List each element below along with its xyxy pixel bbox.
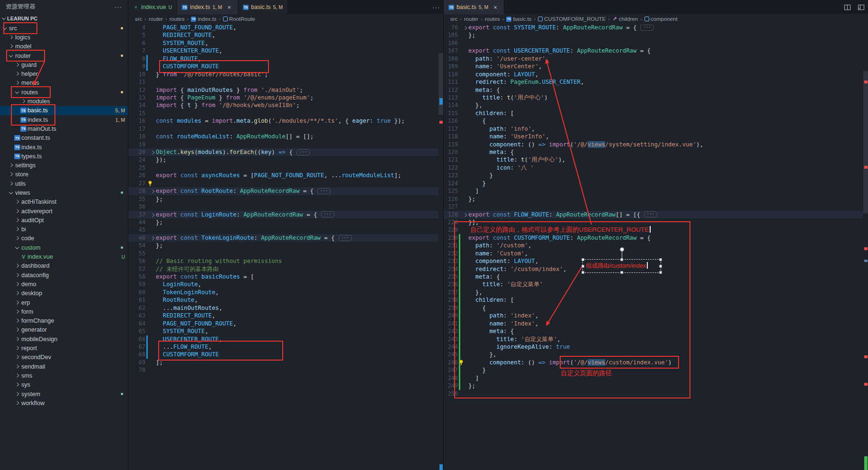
- selection-handle[interactable]: [659, 271, 662, 274]
- code-area[interactable]: 76export const SYSTEM_ROUTE: AppRouteRec…: [444, 24, 863, 470]
- chevron-right-icon[interactable]: [14, 371, 20, 380]
- chevron-right-icon[interactable]: [14, 353, 20, 362]
- line-number[interactable]: 113: [444, 94, 458, 101]
- code-line-247[interactable]: 247 }: [444, 366, 863, 374]
- code-line-110[interactable]: 110 component: LAYOUT,: [444, 71, 863, 78]
- breadcrumb-item[interactable]: router: [149, 16, 163, 22]
- code-line-115[interactable]: 115 children: [: [444, 109, 863, 117]
- chevron-right-icon[interactable]: [14, 316, 20, 325]
- code-line-20[interactable]: 20Object.keys(modules).forEach((key) => …: [128, 148, 438, 156]
- line-number[interactable]: 64: [128, 320, 145, 327]
- chevron-right-icon[interactable]: [14, 69, 20, 78]
- tree-item-generator[interactable]: generator: [0, 325, 128, 334]
- line-number[interactable]: 249: [444, 382, 458, 389]
- code-line-10[interactable]: 10} from '/@/router/routes/basic';: [128, 71, 438, 78]
- chevron-right-icon[interactable]: [14, 325, 20, 334]
- line-number[interactable]: 45: [128, 226, 145, 234]
- code-line-60[interactable]: 60 TokenLoginRoute,: [128, 289, 438, 296]
- selection-handle[interactable]: [582, 271, 584, 274]
- code-line-44[interactable]: 44};: [128, 218, 438, 226]
- chevron-down-icon[interactable]: [8, 188, 14, 197]
- tree-item-mainOut.ts[interactable]: TSmainOut.ts: [0, 124, 128, 133]
- line-number[interactable]: 65: [128, 327, 145, 335]
- tree-item-dataconfig[interactable]: dataconfig: [0, 271, 128, 280]
- tree-item-custom[interactable]: custom: [0, 243, 128, 252]
- code-line-114[interactable]: 114 },: [444, 101, 863, 109]
- line-number[interactable]: 106: [444, 39, 458, 47]
- line-number[interactable]: 235: [444, 273, 458, 280]
- tree-item-routes[interactable]: routes: [0, 88, 128, 97]
- chevron-right-icon[interactable]: [14, 234, 20, 243]
- line-number[interactable]: 61: [128, 296, 145, 304]
- line-number[interactable]: 15: [128, 109, 145, 117]
- more-actions-icon[interactable]: ···: [429, 0, 443, 14]
- line-number[interactable]: 240: [444, 312, 458, 319]
- code-line-125[interactable]: 125 ]: [444, 187, 863, 195]
- code-line-8[interactable]: 8 FLOW_ROUTE,: [128, 55, 438, 63]
- code-line-36[interactable]: 36: [128, 203, 438, 210]
- code-line-19[interactable]: 19: [128, 141, 438, 148]
- line-number[interactable]: 244: [444, 343, 458, 351]
- chevron-right-icon[interactable]: [14, 79, 20, 88]
- chevron-down-icon[interactable]: [14, 243, 20, 252]
- code-line-107[interactable]: 107export const USERCENTER_ROUTE: AppRou…: [444, 47, 863, 54]
- folded-code-ellipsis[interactable]: ···: [317, 188, 331, 194]
- line-number[interactable]: 124: [444, 180, 458, 187]
- line-number[interactable]: 37: [128, 211, 145, 218]
- code-line-58[interactable]: 58export const basicRoutes = [: [128, 273, 438, 280]
- breadcrumb-item[interactable]: CUSTOMFORM_ROUTE: [538, 16, 606, 22]
- chevron-down-icon[interactable]: [14, 88, 20, 97]
- line-number[interactable]: 16: [128, 117, 145, 125]
- tree-item-workflow[interactable]: workflow: [0, 398, 128, 407]
- code-line-37[interactable]: 37export const LoginRoute: AppRouteRecor…: [128, 211, 438, 218]
- code-line-246[interactable]: 246 component: () => import('/@/views/cu…: [444, 359, 863, 366]
- code-line-68[interactable]: 68 CUSTOMFORM_ROUTE: [128, 351, 438, 358]
- line-number[interactable]: 246: [444, 359, 458, 366]
- rotation-handle[interactable]: [620, 247, 624, 252]
- code-line-61[interactable]: 61 RootRoute,: [128, 296, 438, 304]
- line-number[interactable]: 8: [128, 55, 145, 63]
- code-line-237[interactable]: 237 },: [444, 289, 863, 296]
- customize-layout-icon[interactable]: [854, 0, 868, 14]
- code-line-67[interactable]: 67 ...FLOW_ROUTE,: [128, 343, 438, 351]
- tree-item-settings[interactable]: settings: [0, 161, 128, 170]
- tree-item-system[interactable]: system: [0, 389, 128, 398]
- code-line-63[interactable]: 63 REDIRECT_ROUTE,: [128, 312, 438, 319]
- tree-item-mobileDesign[interactable]: mobileDesign: [0, 334, 128, 343]
- code-line-113[interactable]: 113 title: t('用户中心'): [444, 94, 863, 101]
- line-number[interactable]: 238: [444, 296, 458, 304]
- code-line-119[interactable]: 119 component: () => import('/@/views/sy…: [444, 141, 863, 148]
- fold-chevron-icon[interactable]: [151, 190, 154, 193]
- code-line-235[interactable]: 235 meta: {: [444, 273, 863, 280]
- line-number[interactable]: 231: [444, 242, 458, 249]
- code-line-13[interactable]: 13import { PageEnum } from '/@/enums/pag…: [128, 94, 438, 101]
- chevron-right-icon[interactable]: [14, 216, 20, 225]
- tree-item-report[interactable]: report: [0, 343, 128, 352]
- line-number[interactable]: 7: [128, 47, 145, 54]
- code-line-17[interactable]: 17: [128, 125, 438, 133]
- tree-item-menus[interactable]: menus: [0, 79, 128, 88]
- line-number[interactable]: 35: [128, 195, 145, 203]
- close-icon[interactable]: ×: [492, 3, 499, 11]
- breadcrumb-item[interactable]: TSbasic.ts: [506, 16, 531, 22]
- code-line-120[interactable]: 120 meta: {: [444, 148, 863, 156]
- line-number[interactable]: 228: [444, 218, 458, 226]
- code-line-229[interactable]: 229: [444, 226, 863, 234]
- code-area[interactable]: 4 PAGE_NOT_FOUND_ROUTE,5 REDIRECT_ROUTE,…: [128, 24, 438, 470]
- line-number[interactable]: 123: [444, 172, 458, 179]
- tree-item-src[interactable]: src: [0, 24, 128, 33]
- breadcrumb-item[interactable]: children: [612, 16, 638, 22]
- tree-item-views[interactable]: views: [0, 188, 128, 197]
- fold-chevron-icon[interactable]: [151, 151, 154, 154]
- line-number[interactable]: 237: [444, 289, 458, 296]
- chevron-right-icon[interactable]: [14, 398, 20, 407]
- fold-chevron-icon[interactable]: [463, 26, 467, 30]
- line-number[interactable]: 122: [444, 164, 458, 172]
- tree-item-secondDev[interactable]: secondDev: [0, 353, 128, 362]
- line-number[interactable]: 63: [128, 312, 145, 319]
- chevron-right-icon[interactable]: [14, 307, 20, 316]
- breadcrumb-item[interactable]: routes: [485, 16, 500, 22]
- tree-item-sys[interactable]: sys: [0, 380, 128, 389]
- line-number[interactable]: 57: [128, 265, 145, 273]
- line-number[interactable]: 109: [444, 63, 458, 70]
